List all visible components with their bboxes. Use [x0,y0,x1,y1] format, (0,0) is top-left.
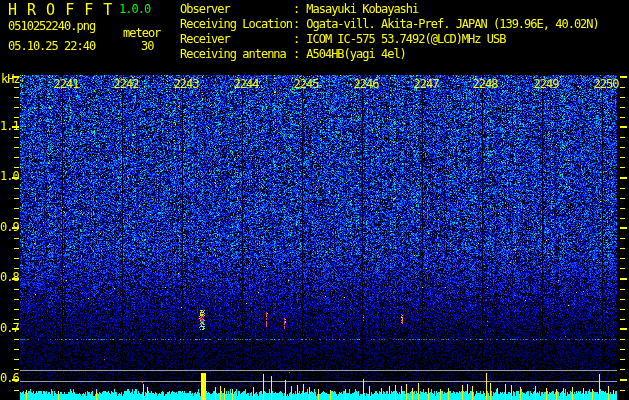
y-tick-label-1.1: 1.1 [0,120,17,133]
y-tick-label-0.9: 0.9 [0,221,17,234]
station-info: Observer:Masayuki Kobayashi Receiving Lo… [180,2,599,62]
x-tick-label-2245: 2245 [292,78,320,91]
info-label: Receiving antenna [180,47,293,62]
observation-datetime: 05.10.25 22:40 [8,40,95,53]
info-row-receiver: Receiver:ICOM IC-575 53.7492(@LCD)MHz US… [180,32,599,47]
y-tick-label-1.0: 1.0 [0,170,17,183]
x-tick-label-2248: 2248 [471,78,499,91]
info-row-antenna: Receiving antenna:A504HB(yagi 4el) [180,47,599,62]
x-tick-label-2247: 2247 [412,78,440,91]
info-colon: : [293,2,299,16]
app-version: 1.0.0 [119,3,150,16]
info-colon: : [293,17,299,31]
app-title: H R O F F T [8,2,113,18]
info-colon: : [293,47,299,61]
x-tick-label-2246: 2246 [352,78,380,91]
output-filename: 0510252240.png [8,20,95,33]
info-value: A504HB(yagi 4el) [306,47,406,61]
info-value: ICOM IC-575 53.7492(@LCD)MHz USB [306,32,505,46]
y-tick-label-0.6: 0.6 [0,372,17,385]
x-tick-label-2243: 2243 [172,78,200,91]
x-tick-label-2249: 2249 [532,78,560,91]
x-tick-label-2241: 2241 [52,78,80,91]
info-value: Masayuki Kobayashi [306,2,418,16]
y-axis-unit: kHz [1,73,20,86]
x-tick-label-2250: 2250 [592,78,620,91]
x-tick-label-2244: 2244 [232,78,260,91]
info-label: Receiving Location [180,17,293,32]
hrofft-output-screen: H R O F F T 1.0.0 0510252240.png meteor … [0,0,629,400]
y-tick-label-0.7: 0.7 [0,322,17,335]
info-value: Ogata-vill. Akita-Pref. JAPAN (139.96E, … [306,17,599,31]
info-label: Observer [180,2,293,17]
y-tick-label-0.8: 0.8 [0,271,17,284]
info-colon: : [293,32,299,46]
info-label: Receiver [180,32,293,47]
info-row-location: Receiving Location:Ogata-vill. Akita-Pre… [180,17,599,32]
x-tick-label-2242: 2242 [112,78,140,91]
interval-count: 30 [141,40,153,53]
info-row-observer: Observer:Masayuki Kobayashi [180,2,599,17]
